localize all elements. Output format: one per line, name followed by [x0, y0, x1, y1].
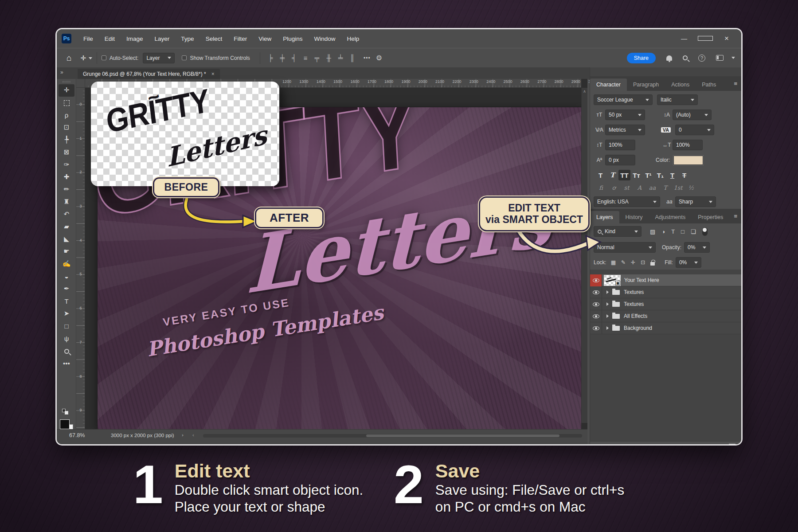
layer-visibility-cell[interactable] [590, 310, 602, 322]
smart-object-thumbnail[interactable]: ▣ [604, 275, 621, 286]
history-brush-tool[interactable]: ↶ [57, 208, 76, 221]
filter-smart-object-icon[interactable]: ❏ [691, 228, 696, 235]
align-bottom-icon[interactable]: ╧ [338, 54, 343, 62]
layer-visibility-cell[interactable] [590, 322, 602, 334]
vertical-scrollbar[interactable]: ∧ [581, 88, 587, 423]
layer-row[interactable]: ▣ All Effects [590, 310, 741, 322]
layer-row[interactable]: ▣ Your Text Here [590, 274, 741, 286]
document-tab[interactable]: Grunge 06.psd @ 67,8% (Your Text Here, R… [78, 69, 220, 79]
opentype-button[interactable]: st [620, 183, 633, 192]
menu-item[interactable]: Filter [228, 34, 253, 44]
language-dropdown[interactable]: English: USA [594, 196, 660, 207]
auto-select-target-dropdown[interactable]: Layer [143, 53, 175, 63]
foreground-color-swatch[interactable] [60, 419, 70, 429]
clone-stamp-tool[interactable]: ♜ [57, 196, 76, 208]
align-right-icon[interactable]: ╡ [292, 54, 297, 62]
vertical-scale-field[interactable]: 100% [605, 140, 635, 150]
menu-item[interactable]: Select [200, 34, 228, 44]
document-canvas[interactable]: GRITTY Letters VERY EASY TO USE Photosho… [98, 107, 581, 429]
opentype-button[interactable]: 1st [672, 183, 685, 192]
lock-position-icon[interactable]: ✛ [631, 259, 635, 266]
hand-tool[interactable]: ψ [57, 332, 76, 345]
layer-visibility-cell[interactable] [590, 286, 602, 298]
eraser-tool[interactable]: ▰ [57, 221, 76, 233]
expand-group-icon[interactable] [606, 326, 609, 330]
auto-select-checkbox[interactable]: Auto-Select: [102, 55, 138, 61]
type-tool[interactable]: T [57, 295, 76, 308]
horizontal-scale-field[interactable]: 100% [673, 140, 703, 150]
anti-alias-dropdown[interactable]: Sharp [675, 196, 716, 207]
kerning-dropdown[interactable]: Metrics [605, 125, 645, 135]
path-selection-tool[interactable]: ➤ [57, 308, 76, 320]
panel-tab[interactable]: Properties [692, 211, 729, 223]
workspace-chevron[interactable] [729, 57, 735, 59]
opacity-dropdown[interactable]: 0% [684, 242, 710, 253]
more-options-icon[interactable]: ••• [364, 55, 371, 61]
expand-group-icon[interactable] [606, 314, 609, 318]
status-chevron-icon[interactable]: › [182, 432, 184, 438]
menu-item[interactable]: Type [175, 34, 200, 44]
opentype-button[interactable]: T [659, 183, 672, 192]
search-button[interactable] [683, 55, 688, 60]
layer-row[interactable]: ▣ Background [590, 322, 741, 334]
layer-filter-dropdown[interactable]: Kind [594, 226, 642, 237]
font-size-dropdown[interactable]: 50 px [605, 110, 645, 120]
notifications-button[interactable] [666, 55, 672, 61]
maximize-button[interactable] [698, 35, 713, 42]
close-button[interactable]: × [719, 34, 734, 43]
close-tab-icon[interactable]: × [211, 71, 215, 77]
link-layers-icon[interactable]: ∞ [644, 444, 649, 445]
frame-tool[interactable]: ⊠ [57, 146, 76, 159]
font-family-dropdown[interactable]: Soccer League [594, 94, 653, 105]
type-style-button[interactable]: T [606, 170, 618, 180]
baseline-shift-field[interactable]: 0 px [605, 155, 635, 165]
scrollbar-thumb[interactable] [366, 434, 559, 437]
panel-tab[interactable]: History [619, 211, 649, 223]
filter-image-icon[interactable]: ▨ [650, 228, 655, 235]
panel-menu-icon[interactable]: ≡ [734, 80, 737, 87]
leading-dropdown[interactable]: (Auto) [673, 110, 712, 120]
crop-tool[interactable]: ╄ [57, 134, 76, 146]
share-button[interactable]: Share [627, 53, 656, 63]
object-selection-tool[interactable]: ⊡ [57, 121, 76, 134]
opentype-button[interactable]: ½ [685, 183, 697, 192]
eyedropper-tool[interactable]: ✑ [57, 159, 76, 171]
opentype-button[interactable]: fi [595, 183, 607, 192]
layer-row[interactable]: ▣ Textures [590, 298, 741, 310]
panel-tab[interactable]: Paragraph [627, 78, 665, 91]
lock-transparency-icon[interactable]: ▦ [611, 259, 616, 266]
menu-item[interactable]: Edit [99, 34, 121, 44]
scroll-left-icon[interactable]: ‹ [192, 432, 194, 438]
horizontal-scrollbar[interactable] [203, 434, 582, 438]
fill-dropdown[interactable]: 0% [676, 257, 701, 268]
document-viewport[interactable]: GRITTY Letters VERY EASY TO USE Photosho… [85, 88, 581, 429]
menu-item[interactable]: Layer [149, 34, 176, 44]
dodge-tool[interactable]: ✍ [57, 258, 76, 270]
rectangular-marquee-tool[interactable] [57, 97, 76, 109]
lock-pixels-icon[interactable]: ✎ [621, 259, 626, 266]
align-top-icon[interactable]: ╤ [315, 54, 320, 62]
filter-shape-icon[interactable]: □ [681, 228, 685, 235]
move-tool[interactable]: ✛ [59, 84, 74, 97]
panel-tab[interactable]: Paths [696, 78, 722, 91]
scroll-up-icon[interactable]: ∧ [582, 88, 587, 94]
type-style-button[interactable]: T¹ [642, 170, 654, 180]
smudge-tool[interactable]: ☛ [57, 246, 76, 258]
expand-group-icon[interactable] [606, 302, 609, 306]
workspace-button[interactable] [716, 55, 724, 61]
distribute-h-icon[interactable]: ≡ [304, 54, 308, 62]
opentype-button[interactable]: aa [646, 183, 659, 192]
blend-mode-dropdown[interactable]: Normal [594, 242, 656, 253]
panel-tab[interactable]: Adjustments [649, 211, 692, 223]
tracking-dropdown[interactable]: 0 [675, 125, 714, 135]
rectangle-tool[interactable]: □ [57, 320, 76, 332]
menu-item[interactable]: File [78, 34, 99, 44]
opentype-button[interactable]: A [633, 183, 646, 192]
opentype-button[interactable]: ơ [607, 183, 620, 192]
filter-adjustment-icon[interactable]: ◑ [661, 228, 665, 235]
layer-name[interactable]: Textures [624, 289, 644, 295]
panel-tab[interactable]: Actions [665, 78, 696, 91]
lock-artboard-icon[interactable]: ⊡ [641, 259, 645, 266]
align-middle-icon[interactable]: ╫ [326, 54, 331, 62]
layer-name[interactable]: Your Text Here [624, 277, 659, 283]
